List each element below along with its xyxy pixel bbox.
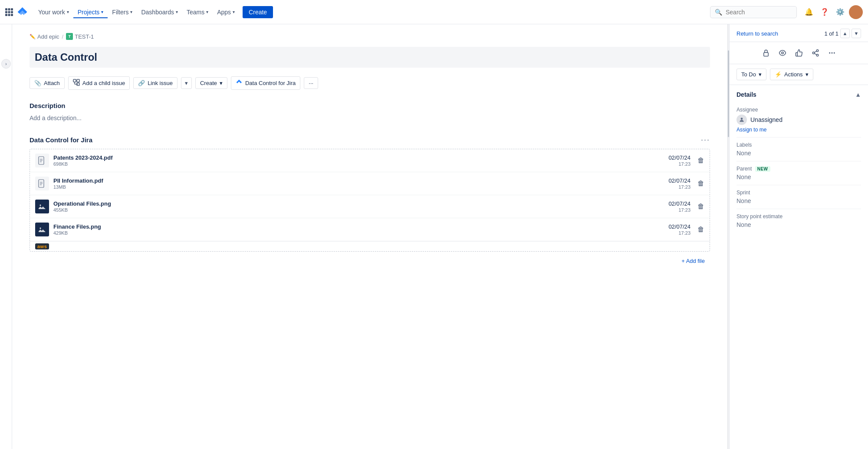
main-nav: Your work ▾ Projects ▾ Filters ▾ Dashboa… [34, 6, 239, 18]
actions-button[interactable]: ⚡ Actions ▾ [770, 69, 813, 80]
search-input[interactable] [726, 9, 792, 16]
svg-point-29 [812, 52, 815, 54]
data-control-more-button[interactable]: ··· [701, 135, 710, 144]
breadcrumb-separator: / [62, 33, 64, 40]
content-area: ✏️ Add epic / T TEST-1 Data Control 📎 At… [12, 24, 727, 449]
file-delete-button[interactable]: 🗑 [697, 180, 704, 187]
svg-rect-10 [77, 79, 79, 82]
sprint-row: Sprint None [736, 185, 861, 209]
labels-label: Labels [736, 142, 861, 148]
lock-icon-button[interactable] [760, 46, 773, 59]
description-label: Description [30, 102, 710, 109]
right-panel-top: Return to search 1 of 1 ▲ ▼ [730, 24, 868, 42]
grid-icon[interactable] [5, 8, 13, 16]
svg-rect-9 [73, 79, 76, 82]
file-row: Finance Files.png 429KB 02/07/24 17:23 🗑 [30, 218, 710, 241]
thumbsup-icon-button[interactable] [792, 46, 806, 59]
pdf-file-icon [35, 154, 49, 167]
create-button[interactable]: Create [243, 6, 273, 18]
return-to-search-button[interactable]: Return to search [736, 30, 778, 37]
sidebar-toggle-button[interactable]: › [1, 59, 11, 69]
actions-caret: ▾ [806, 71, 809, 78]
issue-title[interactable]: Data Control [30, 47, 710, 68]
projects-caret: ▾ [101, 10, 103, 14]
svg-point-34 [831, 52, 832, 54]
svg-point-33 [829, 52, 830, 54]
svg-rect-8 [11, 14, 13, 16]
apps-caret: ▾ [233, 10, 235, 14]
attach-button[interactable]: 📎 Attach [30, 77, 65, 89]
details-collapse-button[interactable]: ▲ [855, 91, 861, 98]
svg-point-25 [40, 228, 41, 229]
story-points-value[interactable]: None [736, 221, 861, 228]
svg-point-30 [816, 54, 819, 56]
jira-logo[interactable] [16, 6, 29, 18]
paperclip-icon: 📎 [34, 80, 41, 86]
your-work-caret: ▾ [67, 10, 69, 14]
file-date: 02/07/24 17:23 [668, 154, 690, 167]
file-info: Finance Files.png 429KB [53, 223, 668, 236]
file-row: Operational Files.png 455KB 02/07/24 17:… [30, 195, 710, 218]
settings-button[interactable]: ⚙️ [833, 5, 847, 19]
story-points-label: Story point estimate [736, 213, 861, 220]
nav-apps[interactable]: Apps ▾ [213, 6, 239, 18]
add-file-button[interactable]: + Add file [681, 258, 705, 264]
dashboards-caret: ▾ [176, 10, 178, 14]
breadcrumb-project[interactable]: T TEST-1 [66, 33, 94, 40]
assign-to-me-button[interactable]: Assign to me [736, 127, 861, 133]
nav-filters[interactable]: Filters ▾ [108, 6, 137, 18]
file-date: 02/07/24 17:23 [668, 223, 690, 236]
sprint-value[interactable]: None [736, 197, 861, 204]
file-delete-button[interactable]: 🗑 [697, 203, 704, 210]
details-header: Details ▲ [736, 85, 861, 102]
svg-rect-0 [5, 8, 7, 10]
nav-projects[interactable]: Projects ▾ [73, 6, 108, 18]
svg-point-28 [816, 50, 819, 52]
assignee-value: Unassigned [736, 115, 861, 125]
pagination-next-button[interactable]: ▼ [852, 29, 861, 38]
more-icon-button[interactable] [825, 46, 838, 59]
avatar[interactable] [849, 5, 863, 19]
nav-your-work[interactable]: Your work ▾ [34, 6, 73, 18]
create-button-secondary[interactable]: Create ▾ [195, 77, 227, 89]
search-bar[interactable]: 🔍 [710, 6, 797, 18]
topnav-icons: 🔔 ❓ ⚙️ [802, 5, 863, 19]
share-icon-button[interactable] [809, 46, 822, 59]
notifications-button[interactable]: 🔔 [802, 5, 816, 19]
top-navigation: Your work ▾ Projects ▾ Filters ▾ Dashboa… [0, 0, 868, 24]
description-input[interactable]: Add a description... [30, 113, 710, 123]
dropdown-caret-button[interactable]: ▾ [181, 77, 192, 89]
svg-rect-2 [11, 8, 13, 10]
data-control-jira-button[interactable]: Data Control for Jira [231, 76, 300, 90]
teams-caret: ▾ [206, 10, 208, 14]
status-caret: ▾ [759, 71, 762, 78]
parent-value[interactable]: None [736, 174, 861, 180]
file-size: 455KB [53, 207, 668, 213]
pagination-prev-button[interactable]: ▲ [840, 29, 850, 38]
files-container: Patents 2023-2024.pdf 698KB 02/07/24 17:… [30, 149, 710, 252]
data-control-section: Data Control for Jira ··· Pa [30, 135, 710, 269]
file-date: 02/07/24 17:23 [668, 200, 690, 213]
labels-value[interactable]: None [736, 150, 861, 157]
svg-line-31 [814, 53, 816, 55]
add-file-row: + Add file [30, 253, 710, 269]
help-button[interactable]: ❓ [818, 5, 832, 19]
nav-teams[interactable]: Teams ▾ [182, 6, 213, 18]
breadcrumb-add-epic[interactable]: ✏️ Add epic [30, 33, 59, 40]
nav-dashboards[interactable]: Dashboards ▾ [137, 6, 182, 18]
svg-rect-6 [5, 14, 7, 16]
more-options-button[interactable]: ··· [304, 77, 318, 89]
action-bar: 📎 Attach Add a child issue 🔗 Link [30, 76, 710, 90]
add-child-issue-button[interactable]: Add a child issue [68, 76, 130, 90]
pdf-file-icon [35, 177, 49, 190]
file-delete-button[interactable]: 🗑 [697, 226, 704, 233]
link-issue-button[interactable]: 🔗 Link issue [133, 77, 178, 89]
file-delete-button[interactable]: 🗑 [697, 157, 704, 164]
search-icon: 🔍 [715, 9, 722, 16]
watch-icon-button[interactable] [776, 46, 789, 59]
status-button[interactable]: To Do ▾ [736, 69, 766, 80]
parent-row: Parent NEW None [736, 161, 861, 185]
labels-row: Labels None [736, 138, 861, 161]
svg-rect-1 [8, 8, 10, 10]
file-name: Operational Files.png [53, 200, 668, 207]
